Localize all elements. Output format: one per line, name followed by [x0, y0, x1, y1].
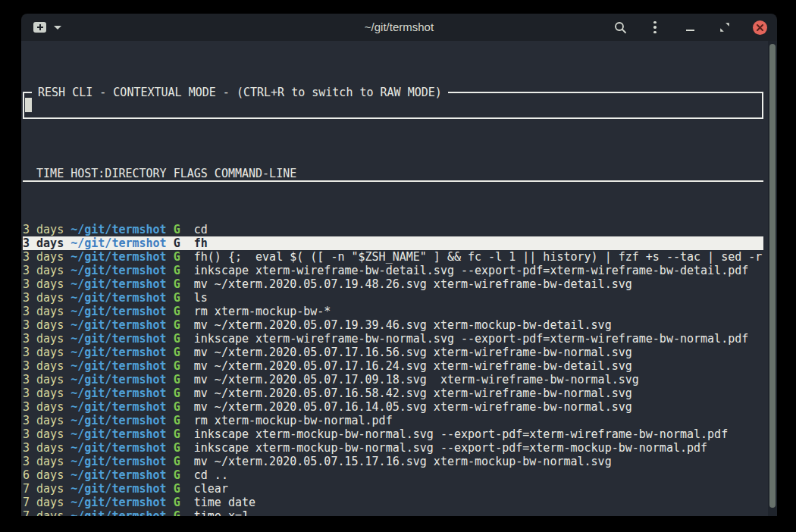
directory-cell: ~/git/termshot	[71, 414, 166, 427]
minimize-icon	[686, 30, 694, 31]
history-row[interactable]: 3 days ~/git/termshot G ls	[23, 291, 763, 305]
history-row[interactable]: 3 days ~/git/termshot G mv ~/xterm.2020.…	[23, 346, 763, 359]
history-row[interactable]: 3 days ~/git/termshot G fh() {; eval $( …	[23, 250, 763, 264]
flags-cell: G	[174, 359, 180, 373]
time-cell: 3 days	[23, 346, 64, 359]
search-button[interactable]	[612, 19, 628, 36]
time-cell: 3 days	[23, 291, 64, 305]
new-tab-button[interactable]	[33, 19, 46, 36]
time-cell: 3 days	[23, 223, 64, 236]
command-cell: inkscape xterm-wireframe-bw-detail.svg -…	[194, 264, 749, 277]
history-row[interactable]: 3 days ~/git/termshot G mv ~/xterm.2020.…	[23, 400, 763, 414]
history-row[interactable]: 6 days ~/git/termshot G cd ..	[23, 468, 763, 482]
flags-cell: G	[174, 373, 180, 386]
history-row[interactable]: 7 days ~/git/termshot G clear	[23, 482, 763, 496]
search-icon	[614, 21, 627, 34]
directory-cell: ~/git/termshot	[71, 223, 166, 236]
titlebar: ~/git/termshot	[21, 14, 777, 41]
time-cell: 7 days	[23, 482, 64, 496]
command-cell: inkscape xterm-mockup-bw-normal.svg --ex…	[194, 427, 728, 441]
directory-cell: ~/git/termshot	[71, 318, 166, 332]
flags-cell: G	[174, 250, 180, 264]
directory-cell: ~/git/termshot	[71, 346, 166, 359]
close-button[interactable]	[751, 19, 768, 36]
time-cell: 3 days	[23, 305, 64, 318]
flags-cell: G	[174, 400, 180, 414]
flags-cell: G	[174, 318, 180, 332]
time-cell: 3 days	[23, 455, 64, 468]
directory-cell: ~/git/termshot	[71, 250, 166, 264]
resh-mode-title: RESH CLI - CONTEXTUAL MODE - (CTRL+R to …	[32, 86, 448, 99]
flags-cell: G	[174, 427, 180, 441]
directory-cell: ~/git/termshot	[71, 496, 166, 509]
history-row[interactable]: 3 days ~/git/termshot G inkscape xterm-m…	[23, 427, 763, 441]
flags-cell: G	[174, 332, 180, 346]
flags-cell: G	[174, 482, 180, 496]
close-icon	[757, 24, 763, 31]
history-row-selected[interactable]: 3 days ~/git/termshot G fh	[23, 236, 763, 250]
history-list-header: TIME HOST:DIRECTORY FLAGS COMMAND-LINE	[23, 167, 763, 182]
time-cell: 3 days	[23, 400, 64, 414]
command-cell: mv ~/xterm.2020.05.07.16.14.05.svg xterm…	[194, 400, 632, 414]
history-row[interactable]: 3 days ~/git/termshot G inkscape xterm-m…	[23, 441, 763, 455]
time-cell: 3 days	[23, 414, 64, 427]
time-cell: 3 days	[23, 236, 64, 250]
directory-cell: ~/git/termshot	[71, 482, 166, 496]
history-row[interactable]: 3 days ~/git/termshot G inkscape xterm-w…	[23, 264, 763, 277]
time-cell: 3 days	[23, 427, 64, 441]
restore-button[interactable]	[716, 19, 733, 36]
flags-cell: G	[174, 346, 180, 359]
directory-cell: ~/git/termshot	[71, 359, 166, 373]
history-row[interactable]: 3 days ~/git/termshot G mv ~/xterm.2020.…	[23, 277, 763, 291]
terminal-window: ~/git/termshot	[21, 14, 777, 516]
restore-icon	[719, 22, 730, 33]
history-row[interactable]: 7 days ~/git/termshot G time x=1	[23, 509, 763, 516]
history-row[interactable]: 3 days ~/git/termshot G mv ~/xterm.2020.…	[23, 373, 763, 386]
directory-cell: ~/git/termshot	[71, 277, 166, 291]
command-cell: mv ~/xterm.2020.05.07.17.16.24.svg xterm…	[194, 359, 632, 373]
command-cell: rm xterm-mockup-bw-*	[194, 305, 331, 318]
time-cell: 3 days	[23, 264, 64, 277]
history-row[interactable]: 3 days ~/git/termshot G mv ~/xterm.2020.…	[23, 386, 763, 400]
history-row[interactable]: 3 days ~/git/termshot G mv ~/xterm.2020.…	[23, 359, 763, 373]
command-cell: mv ~/xterm.2020.05.07.19.39.46.svg xterm…	[194, 318, 612, 332]
history-list: 3 days ~/git/termshot G cd3 days ~/git/t…	[23, 223, 763, 516]
flags-cell: G	[174, 291, 180, 305]
search-input[interactable]: RESH CLI - CONTEXTUAL MODE - (CTRL+R to …	[23, 92, 763, 119]
history-row[interactable]: 7 days ~/git/termshot G time date	[23, 496, 763, 509]
directory-cell: ~/git/termshot	[71, 509, 166, 516]
directory-cell: ~/git/termshot	[71, 236, 166, 250]
chevron-down-icon	[54, 26, 61, 30]
directory-cell: ~/git/termshot	[71, 305, 166, 318]
tab-dropdown-button[interactable]	[54, 19, 61, 36]
history-row[interactable]: 3 days ~/git/termshot G mv ~/xterm.2020.…	[23, 455, 763, 468]
command-cell: mv ~/xterm.2020.05.07.16.58.42.svg xterm…	[194, 386, 632, 400]
kebab-menu-icon	[653, 21, 657, 34]
scrollbar-thumb[interactable]	[769, 44, 776, 508]
directory-cell: ~/git/termshot	[71, 427, 166, 441]
command-cell: fh	[194, 236, 208, 250]
time-cell: 7 days	[23, 509, 64, 516]
command-cell: mv ~/xterm.2020.05.07.15.17.16.svg xterm…	[194, 455, 612, 468]
flags-cell: G	[174, 441, 180, 455]
command-cell: cd ..	[194, 468, 228, 482]
time-cell: 3 days	[23, 441, 64, 455]
history-row[interactable]: 3 days ~/git/termshot G mv ~/xterm.2020.…	[23, 318, 763, 332]
scrollbar-track[interactable]	[768, 41, 777, 516]
minimize-button[interactable]	[682, 19, 698, 36]
history-row[interactable]: 3 days ~/git/termshot G rm xterm-mockup-…	[23, 305, 763, 318]
flags-cell: G	[174, 386, 180, 400]
time-cell: 3 days	[23, 250, 64, 264]
history-row[interactable]: 3 days ~/git/termshot G cd	[23, 223, 763, 236]
history-row[interactable]: 3 days ~/git/termshot G inkscape xterm-w…	[23, 332, 763, 346]
command-cell: rm xterm-mockup-bw-normal.pdf	[194, 414, 393, 427]
command-cell: inkscape xterm-wireframe-bw-normal.svg -…	[194, 332, 749, 346]
flags-cell: G	[174, 468, 180, 482]
history-row[interactable]: 3 days ~/git/termshot G rm xterm-mockup-…	[23, 414, 763, 427]
command-cell: clear	[194, 482, 228, 496]
directory-cell: ~/git/termshot	[71, 441, 166, 455]
directory-cell: ~/git/termshot	[71, 373, 166, 386]
menu-button[interactable]	[647, 19, 663, 36]
flags-cell: G	[174, 277, 180, 291]
flags-cell: G	[174, 455, 180, 468]
